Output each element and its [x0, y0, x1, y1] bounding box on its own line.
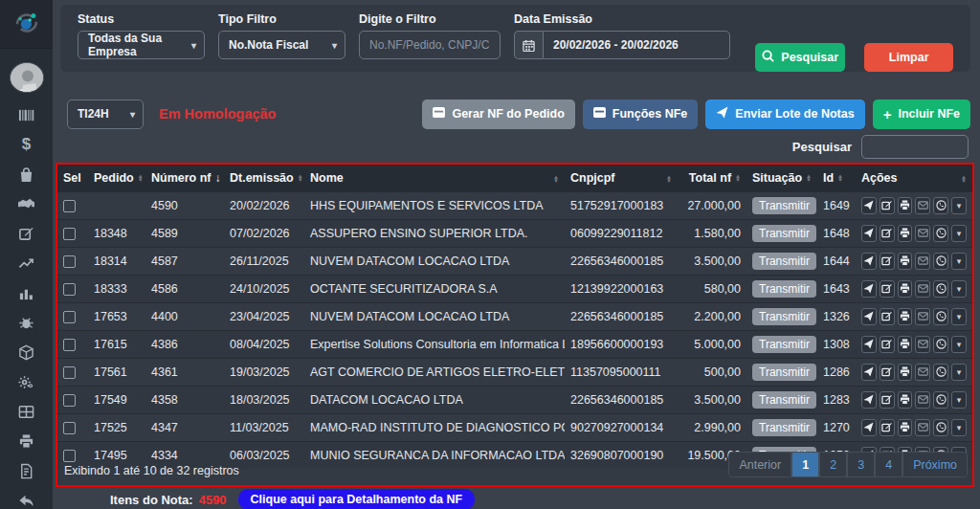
edit-icon[interactable]: [880, 391, 895, 409]
table-row[interactable]: 17653 4400 23/04/2025 NUVEM DATACOM LOCA…: [57, 302, 972, 330]
send-icon[interactable]: [861, 364, 877, 381]
status-badge[interactable]: Transmitir: [752, 419, 816, 436]
edit-icon[interactable]: [880, 253, 895, 270]
whatsapp-icon[interactable]: [933, 253, 948, 270]
print-icon[interactable]: [898, 336, 913, 353]
col-nome[interactable]: Nome▲▼: [304, 165, 565, 191]
send-icon[interactable]: [861, 308, 877, 325]
dropdown-caret-icon[interactable]: ▾: [951, 225, 967, 242]
edit-icon[interactable]: [880, 308, 895, 325]
dropdown-caret-icon[interactable]: ▾: [951, 308, 967, 325]
whatsapp-icon[interactable]: [933, 308, 948, 325]
row-checkbox[interactable]: [63, 200, 76, 212]
mail-icon[interactable]: [915, 253, 930, 270]
dropdown-caret-icon[interactable]: ▾: [951, 197, 967, 214]
pagination-page-3[interactable]: 3: [847, 452, 875, 477]
edit-icon[interactable]: [880, 364, 895, 381]
table-row[interactable]: 18314 4587 26/11/2025 NUVEM DATACOM LOCA…: [57, 247, 972, 275]
table-row[interactable]: 18348 4589 07/02/2026 ASSUPERO ENSINO SU…: [57, 219, 972, 247]
clear-button[interactable]: Limpar: [864, 43, 953, 72]
calendar-icon[interactable]: [514, 31, 543, 59]
search-button[interactable]: Pesquisar: [755, 43, 845, 72]
mail-icon[interactable]: [915, 225, 930, 242]
whatsapp-icon[interactable]: [933, 391, 948, 409]
whatsapp-icon[interactable]: [933, 364, 948, 381]
edit-icon[interactable]: [880, 419, 895, 436]
send-icon[interactable]: [861, 419, 877, 436]
dropdown-caret-icon[interactable]: ▾: [951, 391, 967, 409]
mail-icon[interactable]: [915, 419, 930, 436]
incluir-nfe-button[interactable]: + Incluir NFe: [873, 100, 970, 129]
mail-icon[interactable]: [915, 280, 930, 298]
table-icon[interactable]: [16, 403, 37, 420]
table-row[interactable]: 4590 20/02/2026 HHS EQUIPAMENTOS E SERVI…: [57, 191, 972, 219]
col-dt-emissao[interactable]: Dt.emissão▲▼: [224, 165, 304, 191]
enviar-lote-button[interactable]: Enviar Lote de Notas: [705, 100, 864, 129]
col-id[interactable]: Id▲▼: [817, 165, 856, 191]
company-select[interactable]: TI24H ▾: [67, 100, 144, 129]
table-row[interactable]: 18333 4586 24/10/2025 OCTANTE SECURITIZA…: [57, 275, 972, 302]
user-avatar[interactable]: [10, 62, 44, 93]
dropdown-caret-icon[interactable]: ▾: [951, 419, 967, 436]
row-checkbox[interactable]: [63, 311, 76, 323]
tipo-filtro-select[interactable]: No.Nota Fiscal ▾: [218, 31, 345, 59]
row-checkbox[interactable]: [63, 283, 76, 296]
file-invoice-icon[interactable]: [16, 462, 37, 479]
status-select[interactable]: Todas da Sua Empresa ▾: [78, 31, 205, 59]
pagination-page-2[interactable]: 2: [819, 452, 847, 477]
send-icon[interactable]: [861, 225, 877, 242]
edit-icon[interactable]: [16, 225, 37, 242]
table-row[interactable]: 17525 4347 11/03/2025 MAMO-RAD INSTITUTO…: [57, 413, 972, 441]
row-checkbox[interactable]: [63, 366, 76, 379]
status-badge[interactable]: Transmitir: [752, 364, 816, 381]
pagination-proximo[interactable]: Próximo: [902, 452, 968, 477]
row-checkbox[interactable]: [63, 255, 76, 268]
status-badge[interactable]: Transmitir: [752, 225, 816, 242]
dropdown-caret-icon[interactable]: ▾: [951, 364, 967, 381]
col-numero-nf[interactable]: Número nf↓: [145, 165, 224, 191]
whatsapp-icon[interactable]: [933, 197, 948, 214]
status-badge[interactable]: Transmitir: [752, 197, 816, 214]
pagination-anterior[interactable]: Anterior: [728, 452, 791, 477]
status-badge[interactable]: Transmitir: [752, 336, 816, 353]
col-total-nf[interactable]: Total nf▲▼: [678, 165, 746, 191]
funcoes-nfe-button[interactable]: Funções NFe: [583, 100, 699, 129]
print-icon[interactable]: [898, 391, 913, 409]
col-acoes[interactable]: Ações▲▼: [856, 165, 972, 191]
whatsapp-icon[interactable]: [933, 225, 948, 242]
bug-icon[interactable]: [16, 314, 37, 331]
pagination-page-4[interactable]: 4: [875, 452, 902, 477]
row-checkbox[interactable]: [63, 394, 76, 407]
mail-icon[interactable]: [915, 197, 930, 214]
dropdown-caret-icon[interactable]: ▾: [951, 280, 967, 298]
col-pedido[interactable]: Pedido▲▼: [88, 165, 145, 191]
whatsapp-icon[interactable]: [933, 280, 948, 298]
pagination-page-1[interactable]: 1: [791, 452, 819, 477]
edit-icon[interactable]: [880, 336, 895, 353]
shopping-bag-icon[interactable]: [16, 166, 37, 183]
col-situacao[interactable]: Situação▲▼: [746, 165, 817, 191]
whatsapp-icon[interactable]: [933, 419, 948, 436]
print-icon[interactable]: [898, 419, 913, 436]
whatsapp-icon[interactable]: [933, 336, 948, 353]
send-icon[interactable]: [861, 336, 877, 353]
status-badge[interactable]: Transmitir: [752, 308, 816, 325]
edit-icon[interactable]: [880, 225, 895, 242]
print-icon[interactable]: [898, 308, 913, 325]
printer-icon[interactable]: [16, 432, 37, 450]
mail-icon[interactable]: [915, 308, 930, 325]
dropdown-caret-icon[interactable]: ▾: [951, 253, 967, 270]
edit-icon[interactable]: [880, 197, 895, 214]
print-icon[interactable]: [898, 225, 913, 242]
row-checkbox[interactable]: [63, 422, 76, 434]
table-row[interactable]: 17615 4386 08/04/2025 Expertise Solution…: [57, 330, 972, 358]
dollar-icon[interactable]: $: [16, 136, 37, 153]
print-icon[interactable]: [898, 197, 913, 214]
print-icon[interactable]: [898, 253, 913, 270]
status-badge[interactable]: Transmitir: [752, 253, 816, 270]
status-badge[interactable]: Transmitir: [752, 280, 816, 298]
row-checkbox[interactable]: [63, 339, 76, 351]
row-checkbox[interactable]: [63, 228, 76, 240]
gerar-nf-button[interactable]: Gerar NF do Pedido: [422, 100, 574, 129]
send-icon[interactable]: [861, 197, 877, 214]
